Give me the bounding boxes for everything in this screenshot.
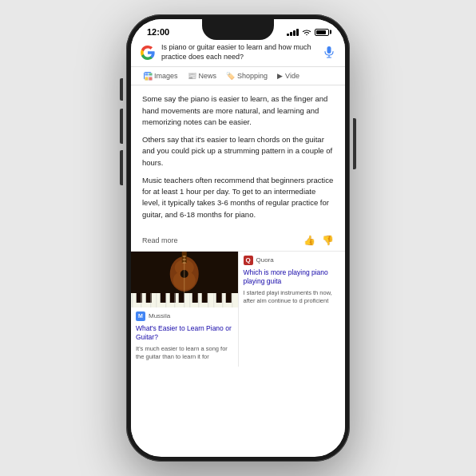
reaction-row: Read more 👍 👎 <box>131 232 345 251</box>
status-icons <box>287 29 329 36</box>
card-mussila-source-name: Mussila <box>149 312 170 319</box>
search-query-text: Is piano or guitar easier to learn and h… <box>161 43 316 61</box>
tab-news-label: News <box>199 72 217 80</box>
svg-rect-4 <box>145 73 149 76</box>
thumbs-container: 👍 👎 <box>303 235 334 246</box>
images-icon <box>144 72 152 80</box>
svg-rect-6 <box>145 77 149 81</box>
paragraph-3: Music teachers often recommend that begi… <box>142 175 334 220</box>
tabs-bar: Images 📰 News 🏷️ Shopping ▶ Vide <box>131 67 345 85</box>
mussila-logo: M <box>136 311 145 321</box>
power-button[interactable] <box>353 118 356 169</box>
paragraph-1: Some say the piano is easier to learn, a… <box>142 93 334 128</box>
svg-rect-26 <box>216 293 222 303</box>
tab-video-label: Vide <box>285 72 299 80</box>
battery-icon <box>315 29 329 36</box>
svg-rect-21 <box>161 293 166 303</box>
tab-shopping-label: Shopping <box>237 72 268 80</box>
wifi-icon <box>302 29 311 36</box>
tab-shopping[interactable]: 🏷️ Shopping <box>221 67 272 85</box>
card-quora-snippet: I started playi instruments th now, afte… <box>239 289 346 311</box>
phone-screen: 12:00 <box>131 19 345 457</box>
thumbs-up-icon[interactable]: 👍 <box>303 235 315 246</box>
news-icon: 📰 <box>188 72 196 80</box>
mute-button[interactable] <box>120 78 123 101</box>
card-quora-source-name: Quora <box>256 256 274 264</box>
tab-images-label: Images <box>154 72 178 80</box>
status-time: 12:00 <box>147 27 169 37</box>
tab-news[interactable]: 📰 News <box>183 67 222 85</box>
svg-rect-5 <box>149 73 153 76</box>
cards-section: M Mussila What's Easier to Learn Piano o… <box>131 251 345 367</box>
read-more-link[interactable]: Read more <box>142 236 178 244</box>
card-mussila-title[interactable]: What's Easier to Learn Piano or Guitar? <box>131 323 238 345</box>
paragraph-2: Others say that it's easier to learn cho… <box>142 134 334 169</box>
volume-up-button[interactable] <box>120 109 123 144</box>
svg-rect-25 <box>202 293 208 303</box>
thumbs-down-icon[interactable]: 👎 <box>322 235 334 246</box>
main-text-section: Some say the piano is easier to learn, a… <box>131 85 345 232</box>
card-mussila[interactable]: M Mussila What's Easier to Learn Piano o… <box>131 252 239 367</box>
svg-rect-0 <box>327 46 331 54</box>
card-quora-source-row: Q Quora <box>239 252 346 267</box>
tab-video[interactable]: ▶ Vide <box>272 67 304 85</box>
battery-fill <box>316 30 326 34</box>
svg-rect-23 <box>179 293 184 303</box>
phone-frame: 12:00 <box>126 14 350 462</box>
quora-logo: Q <box>244 256 253 265</box>
card-mussila-source: M Mussila <box>131 307 238 323</box>
tab-images[interactable]: Images <box>139 67 183 85</box>
signal-icon <box>287 29 299 36</box>
card-mussila-image <box>131 252 238 307</box>
google-logo <box>141 46 155 60</box>
card-quora-title[interactable]: Which is more playing piano playing guit… <box>239 267 346 289</box>
volume-down-button[interactable] <box>120 150 123 185</box>
search-bar[interactable]: Is piano or guitar easier to learn and h… <box>131 40 345 67</box>
card-quora[interactable]: Q Quora Which is more playing piano play… <box>239 252 346 367</box>
microphone-icon[interactable] <box>323 46 335 59</box>
svg-rect-7 <box>149 77 153 81</box>
svg-rect-24 <box>192 293 198 303</box>
content-area: Some say the piano is easier to learn, a… <box>131 85 345 456</box>
notch <box>202 19 274 40</box>
video-icon: ▶ <box>277 72 283 80</box>
svg-rect-27 <box>226 293 232 303</box>
card-mussila-snippet: It's much easier to learn a song for the… <box>131 345 238 367</box>
shopping-icon: 🏷️ <box>226 72 235 80</box>
